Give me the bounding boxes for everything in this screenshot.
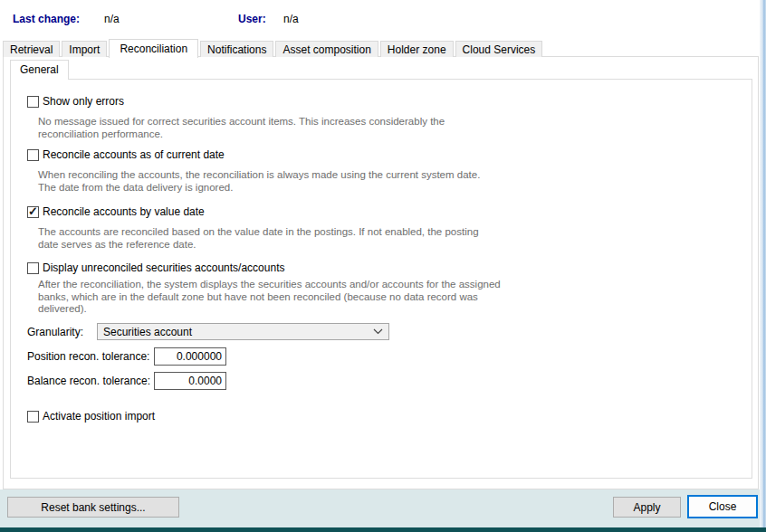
window-bottom-border [0,527,766,532]
checkbox-icon[interactable] [27,96,39,108]
bank-settings-window: Last change: n/a User: n/a Retrieval Imp… [0,0,766,532]
position-tolerance-input[interactable] [154,347,226,366]
balance-tolerance-label: Balance recon. tolerance: [27,375,150,387]
main-tabstrip: Retrieval Import Reconciliation Notifica… [3,39,544,57]
last-change-value: n/a [104,13,120,25]
checkbox-icon[interactable] [27,411,39,423]
checkbox-label: Show only errors [43,95,124,108]
reset-bank-settings-button[interactable]: Reset bank settings... [7,497,179,518]
checkbox-label: Reconcile accounts as of current date [43,148,225,161]
checkbox-icon[interactable] [27,149,39,161]
footer-bar: Reset bank settings... Apply Close [0,489,760,527]
option-description: After the reconciliation, the system dis… [38,279,501,316]
general-subpage: Show only errors No message issued for c… [10,79,752,479]
balance-tolerance-input[interactable] [154,372,226,390]
checkbox-reconcile-value-date[interactable]: Reconcile accounts by value date [27,205,205,218]
checkbox-label: Activate position import [43,410,155,423]
tab-import[interactable]: Import [62,41,107,57]
checkbox-label: Reconcile accounts by value date [43,205,205,218]
tab-cloud-services[interactable]: Cloud Services [455,41,543,57]
apply-button[interactable]: Apply [613,497,681,518]
tab-asset-composition[interactable]: Asset composition [275,41,378,57]
tab-retrieval[interactable]: Retrieval [3,41,60,57]
window-right-border [760,0,766,527]
granularity-label: Granularity: [27,326,83,338]
tab-notifications[interactable]: Notifications [200,41,273,57]
position-tolerance-label: Position recon. tolerance: [27,350,149,363]
reconciliation-tabpage: General Show only errors No message issu… [3,56,759,489]
granularity-selected-value: Securities account [103,326,369,338]
tab-reconciliation[interactable]: Reconciliation [109,39,198,58]
last-change-label: Last change: [13,13,80,25]
checkbox-reconcile-current-date[interactable]: Reconcile accounts as of current date [27,148,225,161]
checkbox-icon[interactable] [27,206,39,218]
chevron-down-icon [373,328,383,335]
user-value: n/a [283,13,299,25]
checkbox-display-unreconciled[interactable]: Display unreconciled securities accounts… [27,261,284,274]
user-label: User: [238,13,266,25]
tab-general[interactable]: General [10,60,69,80]
option-description: No message issued for correct securities… [38,116,445,140]
checkbox-icon[interactable] [27,262,39,274]
option-description: When reconciling the accounts, the recon… [38,169,480,194]
checkbox-show-only-errors[interactable]: Show only errors [27,95,124,108]
checkbox-label: Display unreconciled securities accounts… [43,261,284,274]
checkbox-activate-position-import[interactable]: Activate position import [27,410,155,423]
option-description: The accounts are reconciled based on the… [38,226,479,251]
granularity-select[interactable]: Securities account [97,323,389,340]
tab-holder-zone[interactable]: Holder zone [380,41,454,57]
close-button[interactable]: Close [687,495,758,518]
